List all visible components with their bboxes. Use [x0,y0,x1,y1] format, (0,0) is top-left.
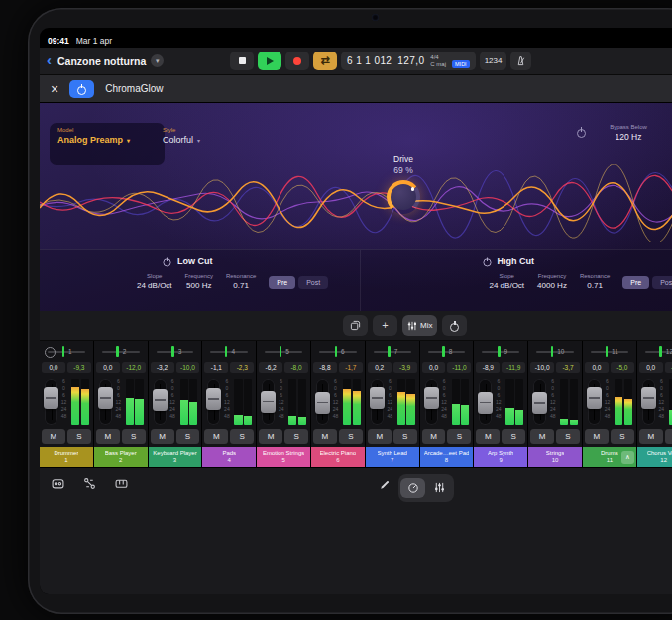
volume-fader[interactable] [262,379,275,425]
pre-button[interactable]: Pre [622,276,649,289]
cycle-button[interactable]: ⇄ [313,52,337,70]
volume-display[interactable]: 0,0 [585,362,609,373]
volume-display[interactable]: -6,2 [259,362,282,373]
volume-fader[interactable] [533,379,546,425]
volume-fader[interactable] [99,379,112,425]
mute-button[interactable]: M [585,429,609,444]
fader-cap[interactable] [98,387,113,409]
volume-fader[interactable] [154,379,167,425]
volume-display[interactable]: -8,8 [313,362,337,373]
peak-display[interactable]: -3,7 [556,362,580,373]
pencil-icon[interactable] [379,477,391,495]
track-name-label[interactable]: Pads4 [202,447,256,467]
slope-control[interactable]: Slope 24 dB/Oct [137,273,172,290]
mute-button[interactable]: M [151,429,174,444]
volume-display[interactable]: -3,2 [151,362,174,373]
volume-fader[interactable] [588,379,601,425]
solo-button[interactable]: S [230,429,254,444]
drive-knob[interactable] [387,180,420,214]
model-selector[interactable]: Model Analog Preamp▾ [50,123,165,165]
pan-slider[interactable] [102,351,140,353]
pre-button[interactable]: Pre [269,276,295,289]
post-button[interactable]: Post [298,276,328,289]
post-button[interactable]: Post [652,276,672,289]
high-cut-power-icon[interactable] [483,258,491,266]
mute-button[interactable]: M [96,429,120,444]
solo-button[interactable]: S [122,429,146,444]
track-name-label[interactable]: Arp Synth9 [474,447,527,467]
close-icon[interactable]: × [51,82,58,96]
bypass-power-icon[interactable] [577,127,586,137]
title-dropdown-icon[interactable]: ▾ [151,54,164,67]
pan-slider[interactable] [157,351,194,353]
mute-button[interactable]: M [204,429,228,444]
bypass-below-control[interactable]: Bypass Below 120 Hz [593,124,664,142]
slope-control[interactable]: Slope 24 dB/Oct [490,273,525,290]
solo-button[interactable]: S [176,429,200,444]
fader-cap[interactable] [315,392,330,414]
volume-display[interactable]: -1,1 [204,362,228,373]
pan-slider[interactable] [591,351,628,353]
track-name-label[interactable]: Keyboard Player3 [149,447,202,467]
frequency-control[interactable]: Frequency 500 Hz [185,273,213,290]
plugin-power-button[interactable] [69,80,94,98]
peak-display[interactable]: -2,3 [230,362,254,373]
track-name-label[interactable]: Emotion Strings5 [257,447,310,467]
fader-cap[interactable] [261,391,276,413]
volume-fader[interactable] [479,379,492,425]
fader-cap[interactable] [641,387,656,409]
mixer-view-button[interactable] [427,478,452,498]
volume-display[interactable]: 0,0 [42,362,65,373]
mix-view-button[interactable]: Mix [402,315,437,336]
pan-slider[interactable] [428,351,466,353]
volume-fader[interactable] [425,379,438,425]
mute-button[interactable]: M [639,429,663,444]
project-title[interactable]: Canzone notturna [57,55,146,67]
stop-button[interactable] [230,52,254,70]
frequency-control[interactable]: Frequency 4000 Hz [537,273,567,290]
pan-slider[interactable] [265,351,302,353]
peak-display[interactable]: -8,0 [284,362,308,373]
mute-button[interactable]: M [313,429,337,444]
fader-cap[interactable] [478,392,493,414]
solo-button[interactable]: S [393,429,417,444]
peak-display[interactable]: -11,9 [502,362,525,373]
volume-display[interactable]: 0,0 [96,362,120,373]
mute-button[interactable]: M [422,429,446,444]
track-name-label[interactable]: Chorus Vo…12 [637,447,672,467]
fader-cap[interactable] [424,387,439,409]
duplicate-button[interactable] [343,315,368,336]
solo-button[interactable]: S [447,429,471,444]
count-in-button[interactable]: 1234 [480,52,507,70]
add-track-button[interactable]: + [373,315,397,336]
track-name-label[interactable]: Electric Piano6 [311,447,365,467]
volume-display[interactable]: -8,9 [476,362,500,373]
controls-view-button[interactable] [400,478,425,498]
track-name-label[interactable]: Strings10 [528,447,582,467]
style-selector[interactable]: Style Colorful▾ [163,127,200,145]
keyboard-icon[interactable] [111,475,131,492]
track-name-label[interactable]: Synth Lead7 [366,447,419,467]
pan-slider[interactable] [374,351,411,353]
record-button[interactable] [285,52,309,70]
resonance-control[interactable]: Resonance 0.71 [580,273,610,290]
mute-button[interactable]: M [259,429,282,444]
volume-fader[interactable] [45,379,57,425]
volume-display[interactable]: 0,0 [422,362,446,373]
mute-button[interactable]: M [530,429,554,444]
track-name-label[interactable]: Drums11∧ [583,447,636,467]
peak-display[interactable]: -1,7 [339,362,363,373]
control-surface-icon[interactable] [48,475,67,492]
volume-display[interactable]: -10,0 [530,362,554,373]
mute-button[interactable]: M [476,429,500,444]
solo-button[interactable]: S [339,429,363,444]
fader-cap[interactable] [587,387,602,409]
expand-chevron-icon[interactable]: ∧ [621,451,634,464]
peak-display[interactable]: -5,0 [611,362,634,373]
track-name-label[interactable]: Drummer1 [40,447,93,467]
lcd-display[interactable]: 6 1 1 012 127,0 4/4 C maj MIDI [341,52,476,70]
volume-display[interactable]: 0,0 [639,362,663,373]
volume-fader[interactable] [207,379,220,425]
back-chevron-icon[interactable]: ‹ [47,52,52,67]
low-cut-power-icon[interactable] [163,258,170,266]
